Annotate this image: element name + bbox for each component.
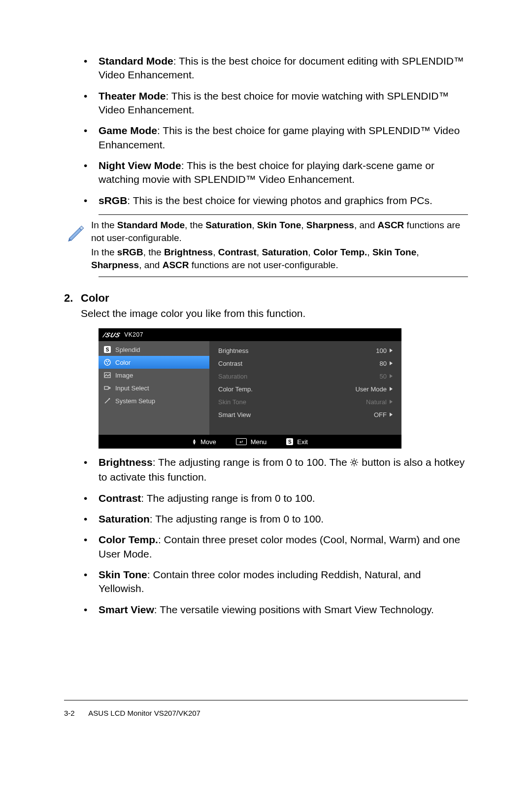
mode-title: Night View Mode: [99, 160, 181, 171]
color-temp: Color Temp.: Contain three preset color …: [84, 533, 468, 561]
footer-text: ASUS LCD Monitor VS207/VK207: [88, 709, 200, 717]
color-contrast: Contrast: The adjusting range is from 0 …: [84, 491, 468, 505]
osd-row-contrast[interactable]: Contrast 80: [218, 357, 393, 370]
osd-hint-menu: ↵ Menu: [236, 438, 267, 446]
section-2-header: 2.Color: [64, 292, 468, 305]
section-title: Color: [81, 292, 109, 304]
splendid-s-icon: S: [103, 346, 111, 353]
svg-point-0: [104, 359, 110, 365]
osd-row-brightness[interactable]: Brightness 100: [218, 344, 393, 357]
splendid-mode-list: Standard Mode: This is the best choice f…: [84, 54, 468, 208]
note-rule-top: [99, 214, 468, 215]
arrow-right-icon: [390, 413, 393, 417]
arrow-right-icon: [390, 387, 393, 391]
mode-theater: Theater Mode: This is the best choice fo…: [84, 89, 468, 117]
osd-item-input-select[interactable]: Input Select: [99, 382, 209, 394]
osd-footer: ▲▼ Move ↵ Menu S Exit: [99, 435, 401, 449]
arrow-right-icon: [390, 374, 393, 378]
arrow-right-icon: [390, 400, 393, 404]
svg-point-3: [107, 363, 108, 364]
color-option-list: Brightness: The adjusting range is from …: [84, 455, 468, 617]
color-brightness: Brightness: The adjusting range is from …: [84, 455, 468, 485]
input-icon: [103, 384, 111, 392]
mode-title: sRGB: [99, 195, 127, 206]
osd-row-smartview[interactable]: Smart View OFF: [218, 408, 393, 421]
arrow-right-icon: [390, 349, 393, 352]
palette-icon: [103, 358, 111, 366]
osd-row-saturation: Saturation 50: [218, 370, 393, 383]
image-icon: [103, 371, 111, 379]
mode-title: Game Mode: [99, 125, 157, 136]
note-block: In the Standard Mode, the Saturation, Sk…: [64, 214, 468, 277]
arrow-right-icon: [390, 361, 393, 365]
mode-game: Game Mode: This is the best choice for g…: [84, 124, 468, 152]
svg-line-11: [352, 459, 353, 460]
svg-line-13: [352, 464, 353, 465]
osd-item-image[interactable]: Image: [99, 369, 209, 382]
page-footer: 3-2 ASUS LCD Monitor VS207/VK207: [64, 709, 200, 717]
osd-screenshot: /SUS VK207 S Splendid Color: [99, 328, 401, 449]
section-number: 2.: [64, 292, 81, 305]
osd-item-system-setup[interactable]: System Setup: [99, 394, 209, 407]
page-content: Standard Mode: This is the best choice f…: [64, 54, 468, 624]
osd-menu-left: S Splendid Color Image: [99, 341, 209, 435]
osd-item-splendid[interactable]: S Splendid: [99, 343, 209, 356]
color-smartview: Smart View: The versatile viewing positi…: [84, 603, 468, 617]
osd-row-skintone: Skin Tone Natural: [218, 395, 393, 408]
mode-night-view: Night View Mode: This is the best choice…: [84, 159, 468, 187]
svg-point-2: [108, 361, 109, 362]
osd-titlebar: /SUS VK207: [99, 328, 401, 341]
osd-hint-exit: S Exit: [286, 438, 308, 446]
s-key-icon: S: [286, 438, 293, 445]
osd-menu-right: Brightness 100 Contrast 80 Saturation 50…: [209, 341, 401, 435]
up-down-arrows-icon: ▲▼: [192, 439, 197, 445]
osd-hint-move: ▲▼ Move: [192, 438, 216, 446]
color-saturation: Saturation: The adjusting range is from …: [84, 512, 468, 526]
color-skintone: Skin Tone: Contain three color modes inc…: [84, 568, 468, 596]
svg-line-12: [356, 464, 357, 465]
mode-title: Theater Mode: [99, 90, 166, 102]
footer-page-number: 3-2: [64, 709, 87, 717]
osd-row-colortemp[interactable]: Color Temp. User Mode: [218, 383, 393, 395]
svg-rect-5: [104, 386, 108, 389]
osd-item-color[interactable]: Color: [99, 356, 209, 369]
section-2-body: Select the image color you like from thi…: [81, 307, 468, 320]
mode-srgb: sRGB: This is the best choice for viewin…: [84, 194, 468, 208]
pen-note-icon: [64, 219, 91, 244]
osd-model: VK207: [124, 331, 143, 338]
enter-key-icon: ↵: [236, 438, 247, 445]
note-rule-bottom: [99, 277, 468, 277]
svg-point-1: [106, 361, 107, 362]
svg-line-14: [356, 459, 357, 460]
asus-logo: /SUS: [103, 331, 120, 339]
svg-point-6: [353, 461, 356, 464]
mode-title: Standard Mode: [99, 55, 173, 67]
mode-desc: : This is the best choice for viewing ph…: [127, 195, 432, 206]
tools-icon: [103, 397, 111, 405]
brightness-sun-icon: [350, 456, 359, 470]
note-text: In the Standard Mode, the Saturation, Sk…: [91, 219, 468, 272]
mode-standard: Standard Mode: This is the best choice f…: [84, 54, 468, 82]
footer-rule: [64, 700, 468, 700]
